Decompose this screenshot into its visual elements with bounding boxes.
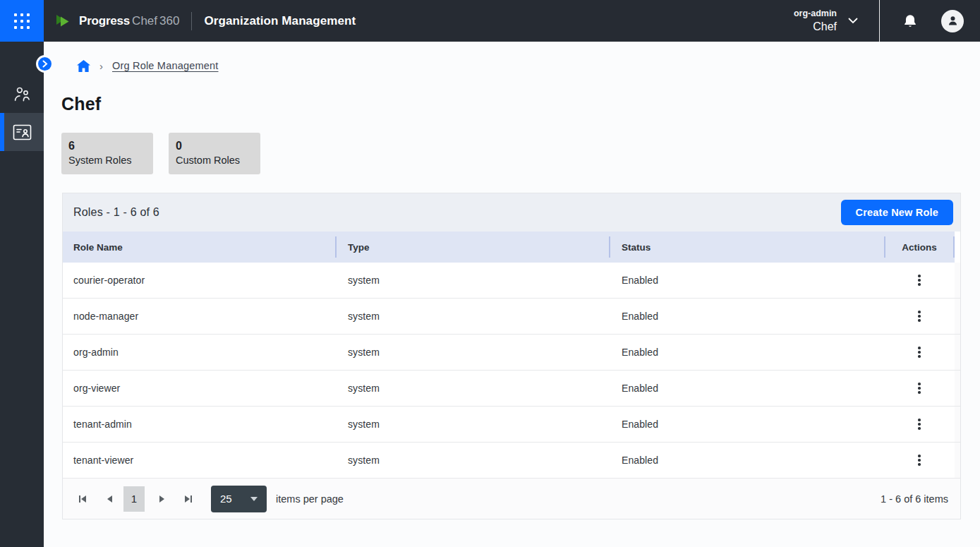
role-status-cell: Enabled [609,311,884,322]
role-name-cell: courier-operator [63,275,335,286]
waffle-icon [14,13,30,29]
org-switcher[interactable]: org-admin Chef [794,8,879,34]
role-status-cell: Enabled [609,383,884,394]
role-status-cell: Enabled [609,347,884,358]
pagination-range-label: 1 - 6 of 6 items [881,493,948,505]
row-actions-menu-button[interactable] [912,378,926,398]
app-title: Organization Management [204,14,356,28]
custom-roles-count: 0 [176,138,253,153]
custom-roles-label: Custom Roles [176,153,253,167]
sidebar-item-roles[interactable] [0,113,44,151]
table-row: org-admin system Enabled [63,335,960,371]
notifications-button[interactable] [902,13,918,30]
role-name-cell: tenant-viewer [63,455,335,466]
role-name-cell: node-manager [63,311,335,322]
column-header-role-name[interactable]: Role Name [63,232,335,263]
role-status-cell: Enabled [609,275,884,286]
create-new-role-button[interactable]: Create New Role [841,200,953,225]
home-icon [77,60,90,72]
chevron-right-icon [42,60,48,68]
table-row: node-manager system Enabled [63,299,960,335]
first-page-icon [81,495,86,503]
active-indicator [0,113,4,151]
header-divider [879,0,880,42]
scrollbar-gutter [955,407,960,442]
table-header-row: Role Name Type Status Actions [63,232,960,263]
row-actions-menu-button[interactable] [912,270,926,290]
user-role-label: org-admin [794,8,837,19]
scrollbar-gutter [955,299,960,334]
person-icon [947,15,959,27]
stat-card-custom-roles: 0 Custom Roles [169,133,260,174]
breadcrumb-home-button[interactable] [77,60,90,72]
next-page-button[interactable] [153,491,170,507]
breadcrumb-separator: › [99,60,103,72]
chevron-down-icon [848,18,858,24]
brand-logo: Progress Chef 360 [56,13,179,30]
app-header: Progress Chef 360 Organization Managemen… [0,0,980,42]
row-actions-menu-button[interactable] [912,306,926,326]
role-type-cell: system [335,347,609,358]
column-header-actions: Actions [884,232,955,263]
table-toolbar: Roles - 1 - 6 of 6 Create New Role [63,193,960,232]
stats-row: 6 System Roles 0 Custom Roles [61,133,980,174]
role-type-cell: system [335,311,609,322]
id-card-icon [13,124,32,140]
items-per-page-label: items per page [276,493,344,505]
last-page-button[interactable] [180,491,197,507]
page-title: Chef [61,94,980,114]
breadcrumb-current-link[interactable]: Org Role Management [112,60,219,71]
role-type-cell: system [335,455,609,466]
table-title: Roles - 1 - 6 of 6 [73,206,159,219]
brand-divider [191,12,192,30]
role-type-cell: system [335,383,609,394]
table-row: tenant-viewer system Enabled [63,443,960,479]
page-size-select[interactable]: 25 [211,486,267,512]
table-row: tenant-admin system Enabled [63,407,960,443]
scrollbar-gutter [955,232,960,263]
users-icon [13,85,32,103]
progress-logo-icon [56,13,74,30]
sidebar-expand-button[interactable] [38,57,52,71]
roles-table-card: Roles - 1 - 6 of 6 Create New Role Role … [62,193,961,519]
role-type-cell: system [335,275,609,286]
table-row: courier-operator system Enabled [63,263,960,299]
previous-page-button[interactable] [101,491,118,507]
role-name-cell: org-viewer [63,383,335,394]
sidebar [0,42,44,547]
system-roles-count: 6 [68,138,146,153]
row-actions-menu-button[interactable] [912,414,926,434]
next-page-icon [159,495,164,503]
row-actions-menu-button[interactable] [912,450,926,470]
app-launcher-button[interactable] [0,0,44,42]
column-header-type[interactable]: Type [335,232,609,263]
caret-down-icon [250,497,258,501]
user-avatar[interactable] [941,10,964,32]
breadcrumb: › Org Role Management [44,42,980,73]
bell-icon [902,13,918,30]
sidebar-item-users[interactable] [0,75,44,113]
last-page-icon [185,495,190,503]
row-actions-menu-button[interactable] [912,342,926,362]
column-header-status[interactable]: Status [609,232,884,263]
brand-suffix: 360 [159,14,179,28]
scrollbar-gutter [955,263,960,298]
brand-progress: Progress [79,14,130,28]
first-page-button[interactable] [74,491,91,507]
stat-card-system-roles: 6 System Roles [61,133,153,174]
previous-page-icon [107,495,112,503]
user-org-label: Chef [794,19,837,34]
role-name-cell: tenant-admin [63,419,335,430]
scrollbar-gutter [955,371,960,406]
page-size-value: 25 [220,493,232,505]
brand-chef: Chef [132,14,157,28]
table-row: org-viewer system Enabled [63,371,960,407]
pagination-bar: 1 25 items per page 1 - 6 of 6 items [63,479,960,519]
current-page-button[interactable]: 1 [123,486,145,512]
table-body: courier-operator system Enabled node-man… [63,263,960,479]
role-status-cell: Enabled [609,419,884,430]
main-content: › Org Role Management Chef 6 System Role… [44,42,980,547]
scrollbar-gutter [955,335,960,370]
scrollbar-gutter [955,443,960,478]
system-roles-label: System Roles [68,153,146,167]
